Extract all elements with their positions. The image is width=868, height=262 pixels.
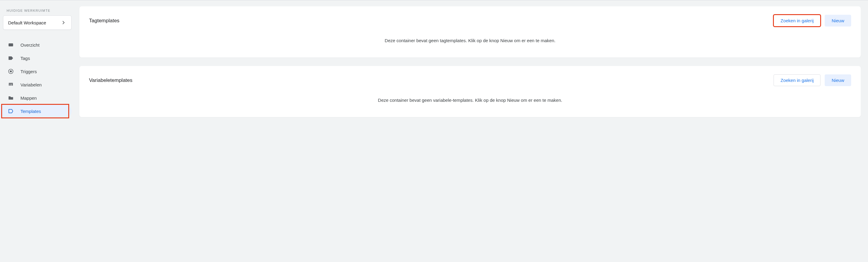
card-actions: Zoeken in galerij Nieuw: [774, 75, 851, 86]
empty-message: Deze container bevat geen variabele-temp…: [89, 97, 851, 103]
app-container: HUIDIGE WERKRUIMTE Default Workspace Ove…: [0, 0, 868, 145]
card-header: Variabeletemplates Zoeken in galerij Nie…: [89, 75, 851, 86]
sidebar-item-label: Mappen: [21, 95, 37, 100]
card-title: Tagtemplates: [89, 18, 119, 24]
sidebar-nav: Overzicht Tags Triggers Variabelen: [3, 38, 71, 118]
chevron-right-icon: [60, 20, 66, 26]
variable-icon: [8, 82, 14, 88]
tag-templates-card: Tagtemplates Zoeken in galerij Nieuw Dez…: [80, 6, 861, 58]
tag-icon: [8, 55, 14, 61]
sidebar: HUIDIGE WERKRUIMTE Default Workspace Ove…: [0, 0, 74, 145]
empty-message: Deze container bevat geen tagtemplates. …: [89, 38, 851, 43]
search-gallery-button[interactable]: Zoeken in galerij: [774, 15, 820, 27]
template-icon: [8, 108, 14, 114]
sidebar-item-templates[interactable]: Templates: [0, 105, 71, 118]
sidebar-item-label: Variabelen: [21, 82, 42, 87]
new-button[interactable]: Nieuw: [825, 75, 851, 86]
svg-point-2: [10, 70, 12, 72]
trigger-icon: [8, 68, 14, 75]
folder-icon: [8, 95, 14, 101]
svg-rect-3: [9, 84, 10, 86]
sidebar-item-triggers[interactable]: Triggers: [0, 65, 71, 78]
sidebar-item-tags[interactable]: Tags: [0, 52, 71, 65]
sidebar-item-label: Overzicht: [21, 42, 39, 48]
sidebar-item-variables[interactable]: Variabelen: [0, 78, 71, 91]
new-button[interactable]: Nieuw: [825, 15, 851, 27]
svg-rect-6: [9, 83, 12, 84]
overview-icon: [8, 42, 14, 48]
sidebar-item-overview[interactable]: Overzicht: [0, 38, 71, 52]
svg-rect-4: [10, 84, 11, 86]
card-actions: Zoeken in galerij Nieuw: [774, 15, 851, 27]
sidebar-item-label: Tags: [21, 56, 30, 61]
sidebar-item-folders[interactable]: Mappen: [0, 91, 71, 105]
svg-rect-5: [12, 84, 12, 86]
workspace-section-label: HUIDIGE WERKRUIMTE: [3, 5, 71, 16]
sidebar-item-label: Templates: [21, 109, 41, 114]
sidebar-item-label: Triggers: [21, 69, 37, 74]
search-gallery-button[interactable]: Zoeken in galerij: [774, 75, 820, 86]
card-header: Tagtemplates Zoeken in galerij Nieuw: [89, 15, 851, 27]
card-title: Variabeletemplates: [89, 78, 132, 83]
workspace-selector[interactable]: Default Workspace: [3, 16, 71, 30]
workspace-name: Default Workspace: [8, 20, 46, 25]
svg-rect-0: [9, 43, 13, 47]
main-content: Tagtemplates Zoeken in galerij Nieuw Dez…: [74, 0, 868, 145]
variable-templates-card: Variabeletemplates Zoeken in galerij Nie…: [80, 66, 861, 117]
